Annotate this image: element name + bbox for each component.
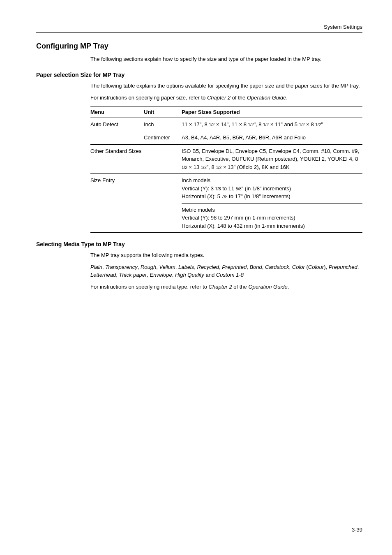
chapter-ref: Chapter 2 [209,284,232,290]
media-item: Vellum [159,264,175,270]
text-fragment: . [288,284,289,290]
page-content: System Settings Configuring MP Tray The … [0,0,392,291]
sep: , [175,264,178,270]
cell-sizes: Metric models Vertical (Y): 98 to 297 mm… [182,203,362,233]
paper-size-para1: The following table explains the options… [90,82,362,90]
cell-unit: Inch [144,118,182,131]
media-item: Recycled [197,264,219,270]
media-item: Colour [308,264,324,270]
media-item: Preprinted [222,264,247,270]
sep: , [194,264,197,270]
media-item: Labels [178,264,194,270]
sep: , [147,272,150,278]
guide-ref: Operation Guide [247,95,286,101]
page-title: Configuring MP Tray [36,42,362,51]
media-item: Cardstock [265,264,289,270]
media-item: Rough [141,264,156,270]
cell-sizes: 11 × 17", 8 1/2 × 14", 11 × 8 1/2", 8 1/… [182,118,362,131]
intro-paragraph: The following sections explain how to sp… [90,56,362,63]
cell-menu: Other Standard Sizes [90,144,182,174]
media-type-para3: For instructions on specifying media typ… [90,283,362,291]
text-fragment: of the [232,284,249,290]
sep: , [357,264,359,270]
text-fragment: of the [231,95,247,101]
header-section-label: System Settings [36,24,362,30]
sep: ), [324,264,329,270]
col-menu-header: Menu [90,106,144,118]
cell-sizes: Inch modelsVertical (Y): 3 7/8 to 11 5/8… [182,174,362,204]
col-sizes-header: Paper Sizes Supported [182,106,362,118]
page-number: 3-39 [352,527,362,533]
table-row: Other Standard Sizes ISO B5, Envelope DL… [90,144,362,174]
media-type-para1: The MP tray supports the following media… [90,252,362,259]
media-type-list: Plain, Transparency, Rough, Vellum, Labe… [90,264,362,279]
sep: and [204,272,216,278]
media-type-heading: Selecting Media Type to MP Tray [36,241,362,247]
page-header: System Settings [36,24,362,33]
cell-sizes: A3, B4, A4, A4R, B5, B5R, A5R, B6R, A6R … [182,131,362,145]
text-fragment: . [286,95,288,101]
media-item: Thick paper [119,272,147,278]
media-item: Color [292,264,305,270]
text-fragment: For instructions on specifying media typ… [90,284,209,290]
sep: , [289,264,292,270]
cell-menu: Auto Detect [90,118,144,144]
media-item: Prepunched [329,264,357,270]
paper-size-heading: Paper selection Size for MP Tray [36,72,362,78]
sep: , [138,264,141,270]
media-item: Letterhead [90,272,116,278]
guide-ref: Operation Guide [248,284,287,290]
media-item: Plain [90,264,102,270]
col-unit-header: Unit [144,106,182,118]
cell-sizes: ISO B5, Envelope DL, Envelope C5, Envelo… [182,144,362,174]
table-row: Size Entry Inch modelsVertical (Y): 3 7/… [90,174,362,204]
cell-menu: Size Entry [90,174,182,233]
sep: , [172,272,175,278]
cell-unit: Centimeter [144,131,182,145]
media-item: High Quality [175,272,204,278]
chapter-ref: Chapter 2 [207,95,231,101]
paper-size-para2: For instructions on specifying paper siz… [90,94,362,102]
paper-sizes-table: Menu Unit Paper Sizes Supported Auto Det… [90,106,362,233]
sep: ( [305,264,308,270]
media-item: Bond [249,264,262,270]
media-item: Custom 1-8 [216,272,244,278]
media-item: Envelope [150,272,172,278]
media-item: Transparency [105,264,138,270]
table-row: Auto Detect Inch 11 × 17", 8 1/2 × 14", … [90,118,362,131]
text-fragment: For instructions on specifying paper siz… [90,95,207,101]
table-header-row: Menu Unit Paper Sizes Supported [90,106,362,118]
sep: , [262,264,265,270]
